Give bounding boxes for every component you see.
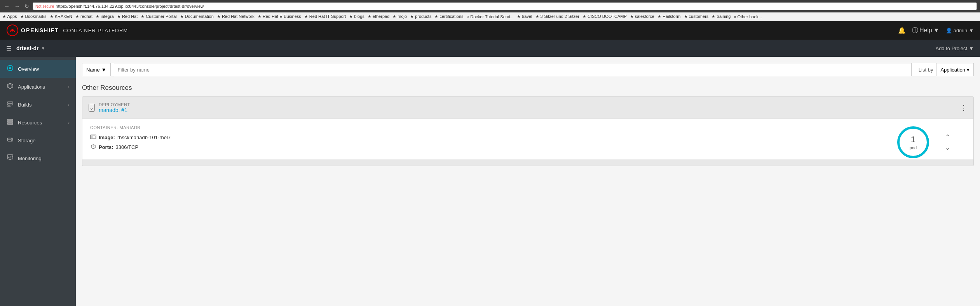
image-icon xyxy=(90,134,96,141)
deployment-collapse-button[interactable]: ⌄ xyxy=(89,104,95,112)
svg-marker-5 xyxy=(9,84,12,88)
bookmark-kraken[interactable]: ★ KRAKEN xyxy=(50,14,72,19)
scale-controls: ⌃ ⌄ xyxy=(945,133,950,151)
pod-circle: 1 pod xyxy=(896,125,931,160)
scale-up-button[interactable]: ⌃ xyxy=(945,133,950,141)
scale-down-button[interactable]: ⌄ xyxy=(945,144,950,151)
bookmark-cisco[interactable]: ★ CISCO BOOTCAMP xyxy=(582,14,627,19)
deployment-name-link[interactable]: mariadb, #1 xyxy=(99,107,127,113)
top-nav-left: OPENSHIFT CONTAINER PLATFORM xyxy=(6,24,128,37)
resources-label: Resources xyxy=(18,120,42,126)
bookmark-bookmarks[interactable]: ★ Bookmarks xyxy=(20,14,47,19)
logo-subtext: CONTAINER PLATFORM xyxy=(63,28,128,33)
monitoring-label: Monitoring xyxy=(18,156,42,161)
url-bar[interactable]: Not secure https://openshift.144.76.134.… xyxy=(33,2,977,10)
bookmark-apps[interactable]: ★ Apps xyxy=(2,14,17,19)
bookmark-customers[interactable]: ★ customers xyxy=(684,14,709,19)
sidebar-item-overview[interactable]: Overview xyxy=(0,60,76,78)
list-by-value: Application xyxy=(940,67,965,73)
user-menu-button[interactable]: 👤 admin ▼ xyxy=(946,28,974,33)
bookmark-it-support[interactable]: ★ Red Hat IT Support xyxy=(304,14,346,19)
add-to-project-button[interactable]: Add to Project ▼ xyxy=(935,45,974,51)
list-by-select[interactable]: Application ▾ xyxy=(936,63,974,76)
overview-label: Overview xyxy=(18,66,39,72)
forward-button[interactable]: → xyxy=(13,3,21,9)
bookmark-blogs[interactable]: ★ blogs xyxy=(349,14,364,19)
svg-point-15 xyxy=(11,140,12,141)
secondary-nav-left: ☰ drtest-dr ▼ xyxy=(6,45,45,52)
image-value: rhscl/mariadb-101-rhel7 xyxy=(117,135,171,140)
bookmark-redhat[interactable]: ★ redhat xyxy=(75,14,92,19)
pod-count: 1 xyxy=(910,135,917,145)
container-ports-detail: Ports: 3306/TCP xyxy=(90,143,966,151)
svg-rect-7 xyxy=(7,104,13,105)
filter-input[interactable] xyxy=(114,63,912,76)
notification-button[interactable]: 🔔 xyxy=(898,27,906,34)
applications-chevron-icon: › xyxy=(68,84,70,89)
svg-rect-16 xyxy=(7,155,13,159)
pod-label: pod xyxy=(910,145,917,150)
project-name[interactable]: drtest-dr ▼ xyxy=(16,45,45,51)
bookmark-customer-portal[interactable]: ★ Customer Portal xyxy=(141,14,177,19)
bookmark-documentation[interactable]: ★ Documentation xyxy=(180,14,214,19)
user-label: admin xyxy=(954,28,967,33)
container-body: CONTAINER: MARIADB Image: rhscl/mariadb-… xyxy=(82,119,973,166)
storage-icon xyxy=(6,136,14,145)
sidebar-item-builds[interactable]: Builds › xyxy=(0,96,76,114)
hamburger-button[interactable]: ☰ xyxy=(6,45,12,52)
svg-point-14 xyxy=(11,138,12,139)
bookmark-rhe[interactable]: ★ Red Hat E-Business xyxy=(258,14,301,19)
list-by-chevron-icon: ▾ xyxy=(967,67,970,73)
deployment-header: ⌄ DEPLOYMENT mariadb, #1 ⋮ xyxy=(82,97,973,119)
builds-chevron-icon: › xyxy=(68,102,70,107)
deployment-card: ⌄ DEPLOYMENT mariadb, #1 ⋮ CONTAINER: MA… xyxy=(82,96,974,166)
project-name-label: drtest-dr xyxy=(16,45,39,51)
project-chevron-icon: ▼ xyxy=(41,46,45,51)
deployment-info: DEPLOYMENT mariadb, #1 xyxy=(99,102,130,113)
filter-bar: Name ▼ List by Application ▾ xyxy=(82,63,974,76)
bookmarks-bar: ★ Apps ★ Bookmarks ★ KRAKEN ★ redhat ★ i… xyxy=(0,12,980,21)
bookmark-training[interactable]: ★ training xyxy=(711,14,731,19)
sidebar-item-monitoring[interactable]: Monitoring xyxy=(0,149,76,167)
openshift-logo-icon xyxy=(6,24,19,37)
container-image-detail: Image: rhscl/mariadb-101-rhel7 xyxy=(90,134,966,141)
ports-icon xyxy=(90,143,96,151)
bookmark-hailstorm[interactable]: ★ Hailstorm xyxy=(657,14,681,19)
deployment-menu-button[interactable]: ⋮ xyxy=(960,103,967,112)
bookmark-redhat2[interactable]: ★ Red Hat xyxy=(117,14,138,19)
svg-line-23 xyxy=(93,147,95,148)
bookmark-travel[interactable]: ★ travel xyxy=(517,14,532,19)
bookmark-integra[interactable]: ★ integra xyxy=(96,14,114,19)
bookmark-products[interactable]: ★ products xyxy=(410,14,431,19)
pod-number: 1 pod xyxy=(910,135,917,150)
ports-value: 3306/TCP xyxy=(116,144,139,150)
sidebar-item-storage[interactable]: Storage xyxy=(0,131,76,149)
image-label: Image: xyxy=(99,135,115,140)
name-filter-select[interactable]: Name ▼ xyxy=(82,63,111,76)
svg-rect-6 xyxy=(7,102,13,103)
reload-button[interactable]: ↻ xyxy=(23,3,30,9)
bookmark-salesforce[interactable]: ★ salesforce xyxy=(630,14,654,19)
svg-rect-10 xyxy=(7,121,13,122)
help-button[interactable]: ⓘ Help ▼ xyxy=(912,26,940,35)
back-button[interactable]: ← xyxy=(3,3,11,9)
bookmark-rhn[interactable]: ★ Red Hat Network xyxy=(217,14,255,19)
applications-label: Applications xyxy=(18,84,45,90)
main-layout: Overview Applications › Builds › xyxy=(0,57,980,306)
bookmark-other[interactable]: » Other book... xyxy=(734,14,762,19)
svg-rect-19 xyxy=(91,136,95,138)
name-filter-label: Name xyxy=(86,67,100,73)
bookmark-docker[interactable]: ○ Docker Tutorial Servi... xyxy=(467,14,514,19)
svg-point-3 xyxy=(9,67,11,69)
svg-marker-4 xyxy=(7,83,13,89)
svg-rect-11 xyxy=(7,123,13,124)
svg-rect-9 xyxy=(7,119,13,121)
sidebar: Overview Applications › Builds › xyxy=(0,57,76,306)
overview-icon xyxy=(6,65,14,73)
sidebar-item-resources[interactable]: Resources › xyxy=(0,114,76,131)
bookmark-sitzer[interactable]: ★ 3-Sitzer und 2-Sitzer xyxy=(535,14,579,19)
bookmark-etherpad[interactable]: ★ etherpad xyxy=(368,14,389,19)
bookmark-certifications[interactable]: ★ certifications xyxy=(434,14,463,19)
bookmark-mojo[interactable]: ★ mojo xyxy=(392,14,407,19)
sidebar-item-applications[interactable]: Applications › xyxy=(0,78,76,96)
